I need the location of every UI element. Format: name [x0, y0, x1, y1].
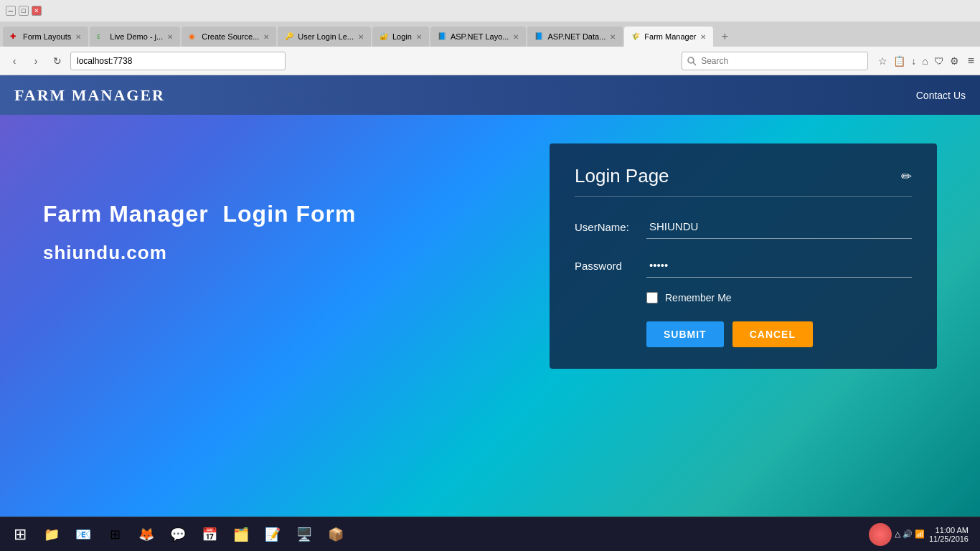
shield-icon[interactable]: 🛡	[934, 55, 944, 67]
tab-label-3: Create Source...	[202, 32, 259, 41]
login-page-title: Login Page	[575, 165, 669, 187]
tab-favicon-2: ε	[97, 32, 105, 41]
tab-label-1: Form Layouts	[23, 32, 71, 41]
password-group: Password	[575, 253, 912, 278]
tab-favicon-4: 🔑	[285, 32, 293, 41]
taskbar-calendar[interactable]: 📅	[195, 521, 224, 548]
tab-create-source[interactable]: ◉ Create Source... ✕	[182, 27, 276, 47]
tab-close-4[interactable]: ✕	[358, 33, 364, 41]
bookmark-icon[interactable]: 📋	[893, 55, 905, 67]
remember-me-row: Remember Me	[646, 292, 912, 303]
address-input[interactable]: localhost:7738	[70, 52, 286, 70]
download-icon[interactable]: ↓	[911, 55, 916, 67]
refresh-button[interactable]: ↻	[49, 52, 66, 70]
taskbar-email[interactable]: 📧	[69, 521, 98, 548]
taskbar-clock: 11:00 AM 11/25/2016	[929, 526, 969, 543]
home-icon[interactable]: ⌂	[922, 55, 928, 67]
hero-text: Farm Manager Login Form shiundu.com	[0, 143, 550, 264]
tab-aspnet-layout[interactable]: 📘 ASP.NET Layo... ✕	[430, 27, 527, 47]
tab-label-2: Live Demo - j...	[110, 32, 163, 41]
login-card: Login Page ✏ UserName: Password Remember…	[550, 143, 937, 369]
tab-favicon-8: 🌾	[631, 32, 640, 41]
tab-close-7[interactable]: ✕	[610, 33, 616, 41]
back-button[interactable]: ‹	[6, 52, 23, 70]
tab-close-5[interactable]: ✕	[416, 33, 422, 41]
username-label: UserName:	[575, 221, 646, 233]
tab-favicon-1: ✚	[10, 32, 19, 41]
taskbar-avatar	[869, 523, 892, 546]
hero-title-normal: Farm Manager	[43, 201, 209, 227]
password-label: Password	[575, 260, 646, 272]
tab-label-6: ASP.NET Layo...	[451, 32, 509, 41]
close-button[interactable]: ✕	[32, 6, 42, 16]
taskbar-notepad[interactable]: 📝	[258, 521, 287, 548]
maximize-button[interactable]: □	[19, 6, 29, 16]
taskbar-archive[interactable]: 📦	[321, 521, 350, 548]
taskbar-sys-tray: △ 🔊 📶 11:00 AM 11/25/2016	[895, 526, 969, 543]
start-button[interactable]: ⊞	[6, 521, 34, 548]
tab-form-layouts[interactable]: ✚ Form Layouts ✕	[3, 27, 88, 47]
tab-bar: ✚ Form Layouts ✕ ε Live Demo - j... ✕ ◉ …	[0, 22, 980, 47]
taskbar-files2[interactable]: 🗂️	[227, 521, 255, 548]
tab-close-6[interactable]: ✕	[513, 33, 519, 41]
forward-button[interactable]: ›	[27, 52, 44, 70]
hero-subtitle: shiundu.com	[43, 242, 550, 264]
tab-farm-manager[interactable]: 🌾 Farm Manager ✕	[624, 27, 713, 47]
taskbar-firefox[interactable]: 🦊	[132, 521, 161, 548]
tab-favicon-5: 🔐	[380, 32, 388, 41]
tab-label-5: Login	[392, 32, 412, 41]
tab-user-login[interactable]: 🔑 User Login Le... ✕	[278, 27, 371, 47]
tab-favicon-6: 📘	[438, 32, 446, 41]
settings-icon[interactable]: ⚙	[950, 55, 959, 67]
browser-titlebar: ─ □ ✕	[0, 0, 980, 22]
tab-label-8: Farm Manager	[644, 32, 696, 41]
toolbar-icons: ☆ 📋 ↓ ⌂ 🛡 ⚙ ≡	[878, 55, 974, 67]
menu-button[interactable]: ≡	[968, 55, 974, 67]
tab-aspnet-data[interactable]: 📘 ASP.NET Data... ✕	[527, 27, 623, 47]
taskbar-skype[interactable]: 💬	[164, 521, 192, 548]
taskbar-files[interactable]: 📁	[37, 521, 66, 548]
taskbar: ⊞ 📁 📧 ⊞ 🦊 💬 📅 🗂️ 📝 🖥️ 📦 △ 🔊 📶 11:00 AM 1…	[0, 517, 980, 551]
tab-label-4: User Login Le...	[298, 32, 354, 41]
username-group: UserName:	[575, 215, 912, 239]
navbar: FARM MANAGER Contact Us	[0, 75, 980, 115]
main-area: Farm Manager Login Form shiundu.com Logi…	[0, 115, 980, 522]
minimize-button[interactable]: ─	[6, 6, 16, 16]
tab-close-8[interactable]: ✕	[700, 33, 706, 41]
hero-title-bold: Login Form	[223, 201, 357, 227]
remember-me-label: Remember Me	[665, 292, 732, 303]
button-row: SUBMIT CANCEL	[646, 321, 912, 347]
edit-icon[interactable]: ✏	[901, 169, 912, 184]
contact-link[interactable]: Contact Us	[916, 90, 966, 101]
clock-time: 11:00 AM	[929, 526, 969, 534]
password-input[interactable]	[646, 253, 912, 278]
tab-close-3[interactable]: ✕	[263, 33, 269, 41]
submit-button[interactable]: SUBMIT	[646, 321, 724, 347]
tab-favicon-7: 📘	[534, 32, 543, 41]
app-content: FARM MANAGER Contact Us Farm Manager Log…	[0, 75, 980, 522]
tab-close-1[interactable]: ✕	[75, 33, 81, 41]
tab-close-2[interactable]: ✕	[167, 33, 173, 41]
hero-title: Farm Manager Login Form	[43, 201, 550, 227]
window-controls: ─ □ ✕	[6, 6, 42, 16]
star-icon[interactable]: ☆	[878, 55, 887, 67]
login-card-header: Login Page ✏	[575, 165, 912, 187]
taskbar-apps[interactable]: ⊞	[100, 521, 129, 548]
search-input[interactable]	[682, 52, 868, 70]
sys-tray-icons: △ 🔊 📶	[895, 529, 925, 539]
login-divider	[575, 196, 912, 197]
tab-favicon-3: ◉	[189, 32, 197, 41]
address-bar: ‹ › ↻ localhost:7738 ☆ 📋 ↓ ⌂ 🛡 ⚙ ≡	[0, 47, 980, 75]
tab-login[interactable]: 🔐 Login ✕	[372, 27, 429, 47]
new-tab-button[interactable]: +	[715, 27, 735, 47]
clock-date: 11/25/2016	[929, 534, 969, 543]
brand-logo: FARM MANAGER	[14, 86, 165, 105]
cancel-button[interactable]: CANCEL	[732, 321, 813, 347]
remember-me-checkbox[interactable]	[646, 292, 658, 303]
tab-live-demo[interactable]: ε Live Demo - j... ✕	[90, 27, 180, 47]
taskbar-vs[interactable]: 🖥️	[290, 521, 319, 548]
username-input[interactable]	[646, 215, 912, 239]
tab-label-7: ASP.NET Data...	[547, 32, 606, 41]
